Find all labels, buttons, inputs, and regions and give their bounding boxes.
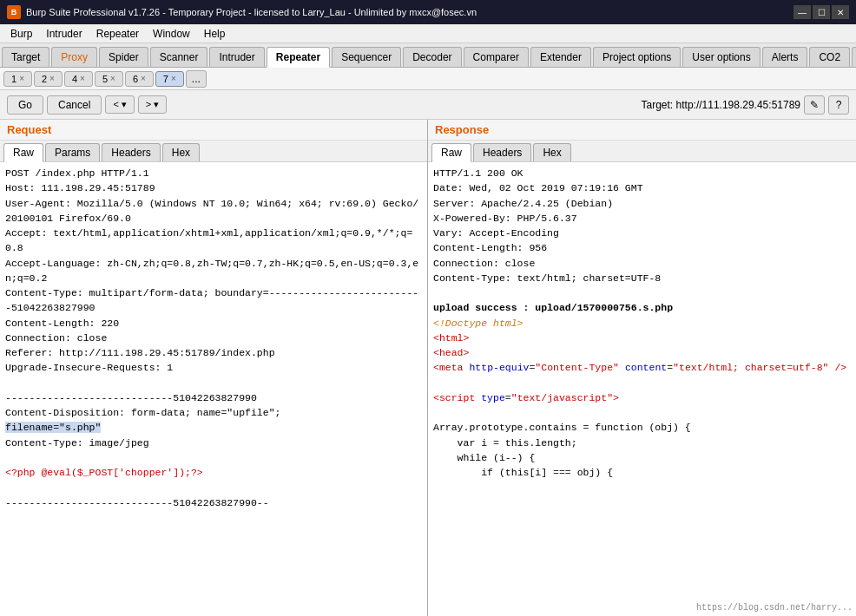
tab-proxy[interactable]: Proxy <box>51 47 97 67</box>
request-tabs: Raw Params Headers Hex <box>0 141 427 162</box>
tab-alerts[interactable]: Alerts <box>762 47 808 67</box>
request-tab-headers[interactable]: Headers <box>102 143 160 161</box>
cancel-button[interactable]: Cancel <box>47 95 102 115</box>
menu-help[interactable]: Help <box>197 26 233 42</box>
request-pane: Request Raw Params Headers Hex POST /ind… <box>0 120 428 616</box>
tab-user-options[interactable]: User options <box>682 47 760 67</box>
sub-tab-more[interactable]: ... <box>186 70 207 88</box>
tab-co2[interactable]: CO2 <box>809 47 850 67</box>
response-tab-hex[interactable]: Hex <box>533 143 570 161</box>
window-controls[interactable]: — ☐ ✕ <box>793 5 849 19</box>
request-tab-hex[interactable]: Hex <box>162 143 200 161</box>
tab-project-options[interactable]: Project options <box>593 47 681 67</box>
app-icon: B <box>7 5 21 19</box>
sub-tab-1[interactable]: 1× <box>3 71 32 87</box>
sub-tab-2[interactable]: 2× <box>34 71 63 87</box>
tab-scanner[interactable]: Scanner <box>150 47 208 67</box>
menu-window[interactable]: Window <box>146 26 197 42</box>
back-button[interactable]: < ▾ <box>105 95 134 114</box>
response-body[interactable]: HTTP/1.1 200 OK Date: Wed, 02 Oct 2019 0… <box>428 162 856 616</box>
request-tab-params[interactable]: Params <box>45 143 100 161</box>
sub-tab-4[interactable]: 4× <box>64 71 93 87</box>
sub-tab-7[interactable]: 7× <box>155 71 184 87</box>
tab-spider[interactable]: Spider <box>99 47 148 67</box>
main-content: Request Raw Params Headers Hex POST /ind… <box>0 120 856 616</box>
tab-target[interactable]: Target <box>2 47 49 67</box>
close-button[interactable]: ✕ <box>832 5 849 19</box>
menu-burp[interactable]: Burp <box>3 26 39 42</box>
response-tab-headers[interactable]: Headers <box>473 143 531 161</box>
menu-repeater[interactable]: Repeater <box>89 26 146 42</box>
tab-sequencer[interactable]: Sequencer <box>332 47 401 67</box>
target-label: Target: http://111.198.29.45:51789 <box>642 99 800 111</box>
watermark: https://blog.csdn.net/harry... <box>696 601 853 614</box>
response-tab-raw[interactable]: Raw <box>431 143 471 162</box>
maximize-button[interactable]: ☐ <box>813 5 830 19</box>
go-button[interactable]: Go <box>7 95 43 115</box>
response-pane: Response Raw Headers Hex HTTP/1.1 200 OK… <box>428 120 856 616</box>
title-left: B Burp Suite Professional v1.7.26 - Temp… <box>7 5 477 19</box>
forward-button[interactable]: > ▾ <box>138 95 167 114</box>
menubar: Burp Intruder Repeater Window Help <box>0 24 856 43</box>
app-title: Burp Suite Professional v1.7.26 - Tempor… <box>26 7 477 17</box>
titlebar: B Burp Suite Professional v1.7.26 - Temp… <box>0 0 856 24</box>
sub-tab-5[interactable]: 5× <box>95 71 123 87</box>
help-button[interactable]: ? <box>828 95 849 115</box>
response-header: Response <box>428 120 856 141</box>
tab-xssvalidator[interactable]: xssValidator <box>852 47 856 67</box>
response-tabs: Raw Headers Hex <box>428 141 856 162</box>
tab-comparer[interactable]: Comparer <box>464 47 529 67</box>
request-header: Request <box>0 120 427 141</box>
minimize-button[interactable]: — <box>793 5 811 19</box>
request-tab-raw[interactable]: Raw <box>3 143 43 162</box>
tab-decoder[interactable]: Decoder <box>403 47 461 67</box>
toolbar: Go Cancel < ▾ > ▾ Target: http://111.198… <box>0 90 856 120</box>
sub-tab-6[interactable]: 6× <box>125 71 154 87</box>
menu-intruder[interactable]: Intruder <box>39 26 89 42</box>
edit-target-button[interactable]: ✎ <box>804 95 825 115</box>
sub-tabs: 1× 2× 4× 5× 6× 7× ... <box>0 68 856 90</box>
main-tabs: Target Proxy Spider Scanner Intruder Rep… <box>0 43 856 68</box>
tab-extender[interactable]: Extender <box>530 47 591 67</box>
tab-intruder[interactable]: Intruder <box>209 47 264 67</box>
tab-repeater[interactable]: Repeater <box>267 47 330 68</box>
request-body[interactable]: POST /index.php HTTP/1.1 Host: 111.198.2… <box>0 162 427 616</box>
